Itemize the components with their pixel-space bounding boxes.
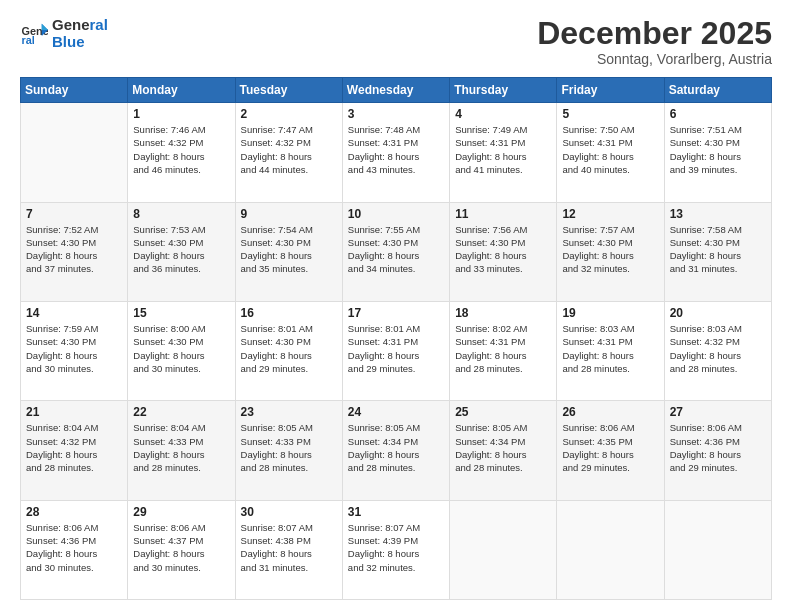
header-saturday: Saturday	[664, 78, 771, 103]
calendar-week-row-3: 14Sunrise: 7:59 AM Sunset: 4:30 PM Dayli…	[21, 301, 772, 400]
day-number: 30	[241, 505, 337, 519]
day-number: 18	[455, 306, 551, 320]
day-number: 12	[562, 207, 658, 221]
day-info: Sunrise: 8:06 AM Sunset: 4:36 PM Dayligh…	[26, 521, 122, 574]
calendar-cell: 14Sunrise: 7:59 AM Sunset: 4:30 PM Dayli…	[21, 301, 128, 400]
calendar-cell: 24Sunrise: 8:05 AM Sunset: 4:34 PM Dayli…	[342, 401, 449, 500]
calendar-cell: 18Sunrise: 8:02 AM Sunset: 4:31 PM Dayli…	[450, 301, 557, 400]
calendar-cell	[664, 500, 771, 599]
calendar-cell: 12Sunrise: 7:57 AM Sunset: 4:30 PM Dayli…	[557, 202, 664, 301]
day-number: 27	[670, 405, 766, 419]
title-block: December 2025 Sonntag, Vorarlberg, Austr…	[537, 16, 772, 67]
calendar-cell: 6Sunrise: 7:51 AM Sunset: 4:30 PM Daylig…	[664, 103, 771, 202]
day-info: Sunrise: 7:52 AM Sunset: 4:30 PM Dayligh…	[26, 223, 122, 276]
calendar-cell: 5Sunrise: 7:50 AM Sunset: 4:31 PM Daylig…	[557, 103, 664, 202]
day-info: Sunrise: 8:00 AM Sunset: 4:30 PM Dayligh…	[133, 322, 229, 375]
day-number: 7	[26, 207, 122, 221]
calendar-cell: 21Sunrise: 8:04 AM Sunset: 4:32 PM Dayli…	[21, 401, 128, 500]
calendar-week-row-4: 21Sunrise: 8:04 AM Sunset: 4:32 PM Dayli…	[21, 401, 772, 500]
day-info: Sunrise: 8:02 AM Sunset: 4:31 PM Dayligh…	[455, 322, 551, 375]
day-number: 20	[670, 306, 766, 320]
day-number: 16	[241, 306, 337, 320]
calendar-cell: 13Sunrise: 7:58 AM Sunset: 4:30 PM Dayli…	[664, 202, 771, 301]
day-info: Sunrise: 8:06 AM Sunset: 4:37 PM Dayligh…	[133, 521, 229, 574]
page: Gene ral General Blue December 2025 Sonn…	[0, 0, 792, 612]
day-number: 26	[562, 405, 658, 419]
day-info: Sunrise: 7:57 AM Sunset: 4:30 PM Dayligh…	[562, 223, 658, 276]
calendar-cell: 28Sunrise: 8:06 AM Sunset: 4:36 PM Dayli…	[21, 500, 128, 599]
day-number: 10	[348, 207, 444, 221]
day-number: 31	[348, 505, 444, 519]
day-info: Sunrise: 7:58 AM Sunset: 4:30 PM Dayligh…	[670, 223, 766, 276]
day-number: 2	[241, 107, 337, 121]
svg-text:ral: ral	[22, 34, 35, 46]
weekday-header-row: Sunday Monday Tuesday Wednesday Thursday…	[21, 78, 772, 103]
day-info: Sunrise: 7:59 AM Sunset: 4:30 PM Dayligh…	[26, 322, 122, 375]
header-monday: Monday	[128, 78, 235, 103]
calendar-cell: 27Sunrise: 8:06 AM Sunset: 4:36 PM Dayli…	[664, 401, 771, 500]
calendar-cell: 9Sunrise: 7:54 AM Sunset: 4:30 PM Daylig…	[235, 202, 342, 301]
calendar-cell	[450, 500, 557, 599]
day-info: Sunrise: 8:07 AM Sunset: 4:39 PM Dayligh…	[348, 521, 444, 574]
calendar-cell: 15Sunrise: 8:00 AM Sunset: 4:30 PM Dayli…	[128, 301, 235, 400]
day-info: Sunrise: 8:07 AM Sunset: 4:38 PM Dayligh…	[241, 521, 337, 574]
calendar-cell	[21, 103, 128, 202]
logo-line1: General	[52, 16, 108, 33]
day-number: 6	[670, 107, 766, 121]
calendar-table: Sunday Monday Tuesday Wednesday Thursday…	[20, 77, 772, 600]
day-number: 3	[348, 107, 444, 121]
day-info: Sunrise: 7:54 AM Sunset: 4:30 PM Dayligh…	[241, 223, 337, 276]
day-info: Sunrise: 8:01 AM Sunset: 4:31 PM Dayligh…	[348, 322, 444, 375]
day-info: Sunrise: 8:05 AM Sunset: 4:34 PM Dayligh…	[455, 421, 551, 474]
day-number: 21	[26, 405, 122, 419]
day-info: Sunrise: 8:06 AM Sunset: 4:36 PM Dayligh…	[670, 421, 766, 474]
calendar-cell	[557, 500, 664, 599]
calendar-cell: 26Sunrise: 8:06 AM Sunset: 4:35 PM Dayli…	[557, 401, 664, 500]
calendar-cell: 8Sunrise: 7:53 AM Sunset: 4:30 PM Daylig…	[128, 202, 235, 301]
header-friday: Friday	[557, 78, 664, 103]
logo-icon: Gene ral	[20, 19, 48, 47]
day-number: 5	[562, 107, 658, 121]
calendar-cell: 3Sunrise: 7:48 AM Sunset: 4:31 PM Daylig…	[342, 103, 449, 202]
day-number: 24	[348, 405, 444, 419]
day-number: 15	[133, 306, 229, 320]
day-info: Sunrise: 7:53 AM Sunset: 4:30 PM Dayligh…	[133, 223, 229, 276]
calendar-cell: 11Sunrise: 7:56 AM Sunset: 4:30 PM Dayli…	[450, 202, 557, 301]
day-info: Sunrise: 8:04 AM Sunset: 4:32 PM Dayligh…	[26, 421, 122, 474]
day-info: Sunrise: 8:04 AM Sunset: 4:33 PM Dayligh…	[133, 421, 229, 474]
day-number: 25	[455, 405, 551, 419]
calendar-cell: 20Sunrise: 8:03 AM Sunset: 4:32 PM Dayli…	[664, 301, 771, 400]
logo: Gene ral General Blue	[20, 16, 108, 51]
calendar-cell: 16Sunrise: 8:01 AM Sunset: 4:30 PM Dayli…	[235, 301, 342, 400]
calendar-week-row-1: 1Sunrise: 7:46 AM Sunset: 4:32 PM Daylig…	[21, 103, 772, 202]
day-number: 17	[348, 306, 444, 320]
day-number: 19	[562, 306, 658, 320]
day-number: 4	[455, 107, 551, 121]
day-number: 11	[455, 207, 551, 221]
day-info: Sunrise: 7:56 AM Sunset: 4:30 PM Dayligh…	[455, 223, 551, 276]
day-info: Sunrise: 7:48 AM Sunset: 4:31 PM Dayligh…	[348, 123, 444, 176]
day-info: Sunrise: 7:46 AM Sunset: 4:32 PM Dayligh…	[133, 123, 229, 176]
day-number: 29	[133, 505, 229, 519]
calendar-cell: 31Sunrise: 8:07 AM Sunset: 4:39 PM Dayli…	[342, 500, 449, 599]
calendar-cell: 2Sunrise: 7:47 AM Sunset: 4:32 PM Daylig…	[235, 103, 342, 202]
day-info: Sunrise: 8:05 AM Sunset: 4:34 PM Dayligh…	[348, 421, 444, 474]
day-info: Sunrise: 7:55 AM Sunset: 4:30 PM Dayligh…	[348, 223, 444, 276]
day-number: 9	[241, 207, 337, 221]
day-info: Sunrise: 8:01 AM Sunset: 4:30 PM Dayligh…	[241, 322, 337, 375]
calendar-cell: 23Sunrise: 8:05 AM Sunset: 4:33 PM Dayli…	[235, 401, 342, 500]
day-info: Sunrise: 7:47 AM Sunset: 4:32 PM Dayligh…	[241, 123, 337, 176]
calendar-cell: 22Sunrise: 8:04 AM Sunset: 4:33 PM Dayli…	[128, 401, 235, 500]
day-number: 23	[241, 405, 337, 419]
day-number: 28	[26, 505, 122, 519]
day-info: Sunrise: 8:06 AM Sunset: 4:35 PM Dayligh…	[562, 421, 658, 474]
day-number: 1	[133, 107, 229, 121]
calendar-week-row-2: 7Sunrise: 7:52 AM Sunset: 4:30 PM Daylig…	[21, 202, 772, 301]
calendar-cell: 29Sunrise: 8:06 AM Sunset: 4:37 PM Dayli…	[128, 500, 235, 599]
month-title: December 2025	[537, 16, 772, 51]
calendar-cell: 30Sunrise: 8:07 AM Sunset: 4:38 PM Dayli…	[235, 500, 342, 599]
day-info: Sunrise: 8:05 AM Sunset: 4:33 PM Dayligh…	[241, 421, 337, 474]
day-number: 8	[133, 207, 229, 221]
day-number: 13	[670, 207, 766, 221]
calendar-cell: 17Sunrise: 8:01 AM Sunset: 4:31 PM Dayli…	[342, 301, 449, 400]
